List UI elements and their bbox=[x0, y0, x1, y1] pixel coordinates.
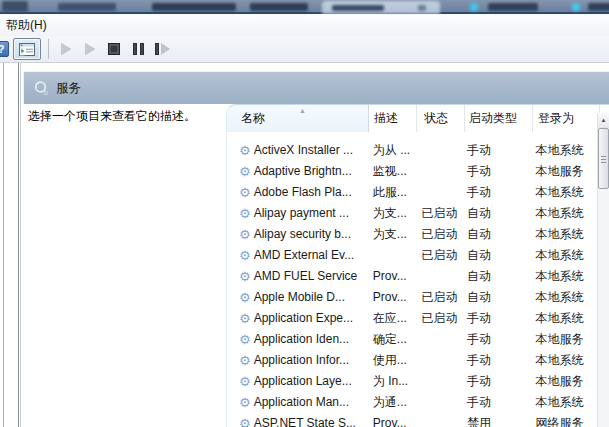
service-row[interactable]: ⚙ASP.NET State S...Prov...禁用网络服务 bbox=[227, 413, 597, 427]
background-tab-blobs bbox=[0, 0, 609, 12]
list-header-row: 名称 ▲ 描述 状态 启动类型 登录为 bbox=[227, 105, 609, 132]
service-startup-type-cell: 自动 bbox=[463, 203, 530, 224]
service-row[interactable]: ⚙Application Man...为通...手动本地系统 bbox=[227, 392, 597, 413]
service-startup-type-cell: 手动 bbox=[463, 329, 530, 350]
help-icon: ? bbox=[0, 41, 9, 57]
service-logon-as-cell: 本地系统 bbox=[531, 245, 597, 266]
stop-service-button[interactable] bbox=[102, 38, 126, 60]
service-name-cell: ⚙Application Man... bbox=[227, 392, 368, 413]
service-gear-icon: ⚙ bbox=[239, 354, 251, 367]
service-name-text: ActiveX Installer ... bbox=[254, 140, 353, 161]
console-tree-icon bbox=[19, 43, 35, 56]
background-tab bbox=[152, 3, 236, 11]
service-gear-icon: ⚙ bbox=[239, 249, 251, 262]
service-description-cell: Prov... bbox=[368, 287, 416, 308]
background-active-tab bbox=[322, 1, 440, 14]
service-name-text: AMD FUEL Service bbox=[254, 266, 358, 287]
service-name-cell: ⚙ASP.NET State S... bbox=[227, 413, 368, 427]
background-tab-favicon bbox=[572, 3, 580, 11]
service-gear-icon: ⚙ bbox=[239, 417, 251, 427]
service-name-cell: ⚙Application Infor... bbox=[227, 350, 368, 371]
pane-divider[interactable] bbox=[3, 63, 4, 427]
background-tab bbox=[2, 1, 28, 12]
service-description-cell: 为 In... bbox=[368, 371, 416, 392]
service-logon-as-cell: 网络服务 bbox=[531, 413, 597, 427]
service-status-cell bbox=[415, 392, 463, 413]
column-header-logon-as[interactable]: 登录为 bbox=[533, 105, 600, 132]
service-row[interactable]: ⚙Application Expe...在应...已启动手动本地系统 bbox=[227, 308, 597, 329]
service-status-cell bbox=[415, 161, 463, 182]
service-row[interactable]: ⚙AMD External Ev...已启动自动本地系统 bbox=[227, 245, 597, 266]
service-name-text: Adobe Flash Pla... bbox=[254, 182, 352, 203]
service-gear-icon: ⚙ bbox=[239, 312, 251, 325]
column-header-status[interactable]: 状态 bbox=[417, 105, 465, 132]
column-header-startup-type[interactable]: 启动类型 bbox=[465, 105, 533, 132]
start-service-button[interactable] bbox=[54, 38, 78, 60]
column-header-name[interactable]: 名称 ▲ bbox=[227, 105, 369, 132]
service-startup-type-cell: 自动 bbox=[463, 245, 530, 266]
service-startup-type-cell: 手动 bbox=[463, 182, 530, 203]
service-row[interactable]: ⚙Alipay security b...为支...已启动自动本地系统 bbox=[227, 224, 597, 245]
service-logon-as-cell: 本地系统 bbox=[531, 182, 597, 203]
service-row[interactable]: ⚙Apple Mobile D...Prov...已启动自动本地系统 bbox=[227, 287, 597, 308]
background-browser-tabbar bbox=[0, 0, 609, 14]
pause-service-button[interactable] bbox=[126, 38, 150, 60]
service-description-cell: 此服... bbox=[368, 182, 416, 203]
restart-icon bbox=[155, 43, 170, 55]
service-description-cell: 为支... bbox=[368, 203, 416, 224]
service-row[interactable]: ⚙Application Laye...为 In...手动本地服务 bbox=[227, 371, 597, 392]
help-button[interactable]: ? bbox=[0, 41, 9, 57]
service-name-text: AMD External Ev... bbox=[254, 245, 354, 266]
service-status-cell bbox=[415, 329, 463, 350]
service-logon-as-cell: 本地服务 bbox=[531, 329, 597, 350]
services-magnifier-gear-icon bbox=[33, 80, 51, 98]
services-list: 名称 ▲ 描述 状态 启动类型 登录为 ⚙ActiveX Installer .… bbox=[226, 104, 609, 427]
service-row[interactable]: ⚙Alipay payment ...为支...已启动自动本地系统 bbox=[227, 203, 597, 224]
service-row[interactable]: ⚙Adaptive Brightn...监视...手动本地服务 bbox=[227, 161, 597, 182]
service-name-text: Apple Mobile D... bbox=[254, 287, 345, 308]
service-row[interactable]: ⚙AMD FUEL ServiceProv...自动本地系统 bbox=[227, 266, 597, 287]
column-header-description[interactable]: 描述 bbox=[369, 105, 417, 132]
service-row[interactable]: ⚙Application Iden...确定...手动本地服务 bbox=[227, 329, 597, 350]
service-description-cell: Prov... bbox=[368, 413, 416, 427]
service-row[interactable]: ⚙Adobe Flash Pla...此服...手动本地系统 bbox=[227, 182, 597, 203]
service-description-cell: Prov... bbox=[368, 266, 416, 287]
vertical-scrollbar[interactable]: ▲ bbox=[597, 113, 609, 427]
service-gear-icon: ⚙ bbox=[239, 291, 251, 304]
menu-help[interactable]: 帮助(H) bbox=[0, 15, 53, 36]
services-title-band: 服务 bbox=[23, 71, 609, 104]
service-name-cell: ⚙Alipay security b... bbox=[227, 224, 368, 245]
service-name-cell: ⚙Apple Mobile D... bbox=[227, 287, 368, 308]
service-name-text: Application Laye... bbox=[254, 371, 352, 392]
service-row[interactable]: ⚙Application Infor...使用...手动本地系统 bbox=[227, 350, 597, 371]
service-logon-as-cell: 本地系统 bbox=[531, 203, 597, 224]
service-name-text: Alipay security b... bbox=[254, 224, 351, 245]
new-tab-icon bbox=[418, 5, 426, 11]
service-gear-icon: ⚙ bbox=[239, 186, 251, 199]
background-tab bbox=[58, 3, 116, 11]
scrollbar-thumb[interactable] bbox=[598, 128, 609, 189]
background-tab-favicon bbox=[470, 3, 478, 11]
service-status-cell bbox=[415, 140, 463, 161]
service-startup-type-cell: 手动 bbox=[463, 350, 530, 371]
description-hint-text: 选择一个项目来查看它的描述。 bbox=[28, 108, 224, 124]
restart-service-button[interactable] bbox=[150, 38, 174, 60]
service-gear-icon: ⚙ bbox=[239, 228, 251, 241]
service-status-cell: 已启动 bbox=[415, 203, 463, 224]
scroll-up-icon[interactable]: ▲ bbox=[598, 113, 609, 128]
service-gear-icon: ⚙ bbox=[239, 270, 251, 283]
service-name-text: Adaptive Brightn... bbox=[254, 161, 352, 182]
resume-service-button[interactable] bbox=[78, 38, 102, 60]
service-status-cell bbox=[415, 350, 463, 371]
service-startup-type-cell: 禁用 bbox=[463, 413, 530, 427]
background-tab bbox=[588, 3, 609, 11]
service-status-cell bbox=[415, 266, 463, 287]
service-startup-type-cell: 自动 bbox=[463, 224, 530, 245]
service-logon-as-cell: 本地系统 bbox=[531, 224, 597, 245]
service-row[interactable]: ⚙ActiveX Installer ...为从 ...手动本地系统 bbox=[227, 140, 597, 161]
service-description-cell bbox=[368, 245, 416, 266]
show-console-tree-button[interactable] bbox=[13, 38, 41, 60]
toolbar-separator bbox=[48, 39, 49, 59]
scrollbar-grip bbox=[601, 156, 606, 165]
service-status-cell: 已启动 bbox=[415, 224, 463, 245]
